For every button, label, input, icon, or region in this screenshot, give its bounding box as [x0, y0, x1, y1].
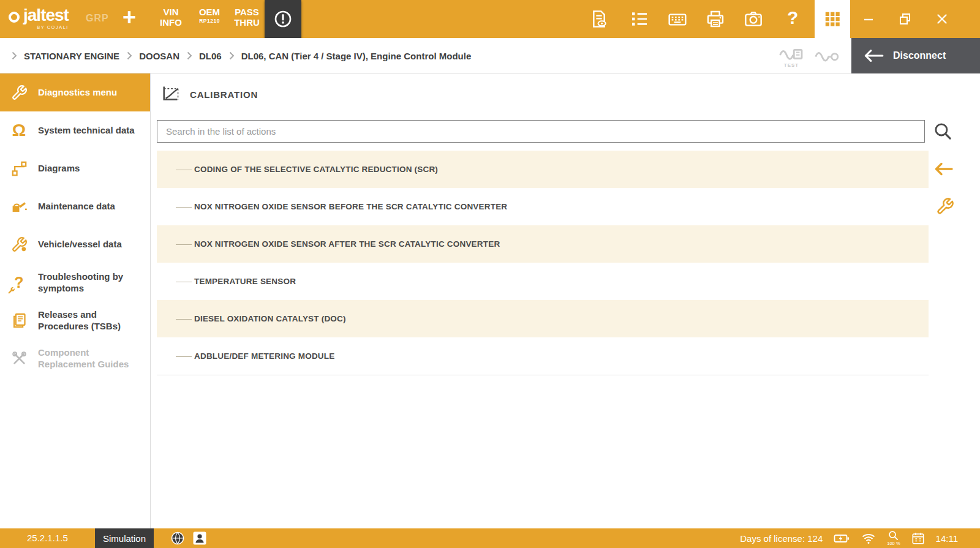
breadcrumb-bar: STATIONARY ENGINE DOOSAN DL06 DL06, CAN … — [0, 38, 980, 73]
question-mark-icon: ? — [787, 7, 798, 28]
breadcrumb-item-doosan[interactable]: DOOSAN — [139, 51, 179, 61]
action-row-nox-before[interactable]: NOX NITROGEN OXIDE SENSOR BEFORE THE SCR… — [157, 188, 929, 225]
wifi-icon — [861, 531, 876, 545]
top-toolbar: jaltest BY COJALI GRP + VIN INFO OEM RP1… — [0, 0, 980, 38]
action-row-adblue-metering[interactable]: ADBLUE/DEF METERING MODULE — [157, 337, 929, 375]
action-row-nox-after[interactable]: NOX NITROGEN OXIDE SENSOR AFTER THE SCR … — [157, 225, 929, 263]
sidebar-item-troubleshooting-by-symptoms[interactable]: ? Troubleshooting by symptoms — [0, 263, 150, 301]
magnifier-icon — [888, 530, 899, 541]
sidebar-item-diagnostics-menu[interactable]: Diagnostics menu — [0, 73, 150, 111]
sidebar-item-system-technical-data[interactable]: Ω System technical data — [0, 111, 150, 149]
close-button[interactable] — [933, 10, 951, 28]
action-row-coding-scr[interactable]: CODING OF THE SELECTIVE CATALYTIC REDUCT… — [157, 151, 929, 188]
battery-icon — [834, 532, 850, 544]
sidebar-item-label: Diagrams — [38, 162, 136, 175]
breadcrumb-item-stationary-engine[interactable]: STATIONARY ENGINE — [24, 51, 119, 61]
list-bottom-divider — [157, 375, 929, 375]
sidebar-item-vehicle-vessel-data[interactable]: Vehicle/vessel data — [0, 225, 150, 263]
license-days-label: Days of license: 124 — [740, 533, 823, 544]
tree-connector — [176, 170, 192, 170]
breadcrumb: STATIONARY ENGINE DOOSAN DL06 DL06, CAN … — [11, 38, 471, 73]
sidebar-item-diagrams[interactable]: Diagrams — [0, 149, 150, 187]
jaltest-app-window: jaltest BY COJALI GRP + VIN INFO OEM RP1… — [0, 0, 980, 548]
chevron-right-icon — [186, 51, 192, 60]
report-button[interactable] — [589, 9, 609, 29]
add-vehicle-button[interactable]: + — [123, 4, 136, 32]
actions-list-button[interactable] — [630, 9, 649, 29]
search-icon[interactable] — [933, 122, 952, 141]
crossed-tools-icon — [9, 348, 29, 369]
list-icon — [630, 9, 649, 29]
logo-text: jaltest — [23, 6, 69, 24]
report-document-icon — [589, 9, 609, 29]
diagnostics-wrench-icon — [9, 82, 29, 103]
status-right-cluster: Days of license: 124 — [740, 528, 958, 548]
help-button[interactable]: ? — [787, 7, 798, 28]
connection-test-indicators: TEST — [778, 43, 840, 68]
sidebar-item-component-replacement-guides: Component Replacement Guides — [0, 339, 150, 377]
section-title: CALIBRATION — [190, 89, 258, 100]
sidebar-item-label: System technical data — [38, 124, 136, 137]
grid-apps-icon — [823, 10, 842, 28]
sidebar: Diagnostics menu Ω System technical data… — [0, 73, 151, 528]
clock-label: 14:11 — [936, 533, 958, 544]
action-label: NOX NITROGEN OXIDE SENSOR BEFORE THE SCR… — [194, 202, 507, 211]
globe-icon — [170, 531, 185, 546]
go-back-arrow-button[interactable] — [932, 160, 954, 178]
virtual-keyboard-button[interactable] — [668, 9, 687, 29]
camera-icon — [744, 9, 763, 29]
sidebar-item-label: Component Replacement Guides — [38, 347, 136, 370]
vehicle-data-wrench-icon — [9, 234, 29, 255]
action-row-doc[interactable]: DIESEL OXIDATION CATALYST (DOC) — [157, 300, 929, 337]
restore-icon — [898, 12, 913, 26]
sidebar-item-label: Maintenance data — [38, 200, 136, 212]
diagnostics-shortcut-button[interactable] — [936, 197, 954, 216]
sidebar-item-maintenance-data[interactable]: Maintenance data — [0, 187, 150, 225]
logo-subtext: BY COJALI — [23, 24, 69, 30]
jaltest-logo-mark-icon — [9, 12, 20, 23]
grp-button[interactable]: GRP — [86, 13, 109, 24]
breadcrumb-item-system[interactable]: DL06, CAN (Tier 4 / Stage IV), Engine Co… — [241, 51, 472, 61]
action-row-temperature-sensor[interactable]: TEMPERATURE SENSOR — [157, 263, 929, 300]
schematic-diagram-icon — [9, 158, 29, 179]
status-bar: 25.2.1.1.5 Simulation Days of li — [0, 528, 980, 548]
sidebar-item-label: Diagnostics menu — [38, 86, 136, 99]
oem-rp1210-button[interactable]: OEM RP1210 — [192, 7, 227, 24]
disconnect-button[interactable]: Disconnect — [851, 38, 980, 73]
tree-connector — [176, 207, 192, 208]
search-input[interactable] — [157, 120, 925, 143]
tree-connector — [176, 356, 192, 357]
zoom-indicator: 100 % — [887, 530, 900, 546]
tree-connector — [176, 244, 192, 245]
printer-icon — [706, 9, 725, 29]
sidebar-item-releases-and-procedures[interactable]: Releases and Procedures (TSBs) — [0, 301, 150, 339]
tree-connector — [176, 319, 192, 320]
action-label: ADBLUE/DEF METERING MODULE — [194, 351, 334, 361]
plus-icon: + — [123, 4, 136, 30]
alerts-button[interactable] — [265, 0, 301, 38]
calibration-chart-icon — [160, 84, 180, 104]
web-portal-button[interactable] — [170, 531, 185, 546]
restore-window-button[interactable] — [897, 10, 914, 28]
exclamation-icon — [273, 9, 293, 29]
user-account-button[interactable] — [192, 531, 207, 546]
cable-connector-icon — [813, 43, 840, 68]
minimize-icon — [861, 12, 876, 26]
tree-connector — [176, 282, 192, 282]
test-connector-icon: TEST — [778, 43, 805, 68]
apps-menu-button[interactable] — [815, 0, 850, 38]
breadcrumb-item-dl06[interactable]: DL06 — [199, 51, 222, 61]
omega-icon: Ω — [9, 120, 29, 141]
documents-stack-icon — [9, 310, 29, 331]
print-button[interactable] — [706, 9, 725, 29]
screenshot-button[interactable] — [744, 9, 763, 29]
pass-thru-button[interactable]: PASS THRU — [230, 7, 263, 28]
vin-info-button[interactable]: VIN INFO — [154, 7, 187, 28]
test-label: TEST — [784, 62, 799, 68]
chevron-right-icon — [126, 51, 132, 60]
action-label: CODING OF THE SELECTIVE CATALYTIC REDUCT… — [194, 165, 438, 174]
minimize-button[interactable] — [860, 10, 877, 28]
version-label: 25.2.1.1.5 — [27, 533, 68, 543]
arrow-left-icon — [861, 47, 884, 64]
oil-can-icon — [9, 196, 29, 217]
